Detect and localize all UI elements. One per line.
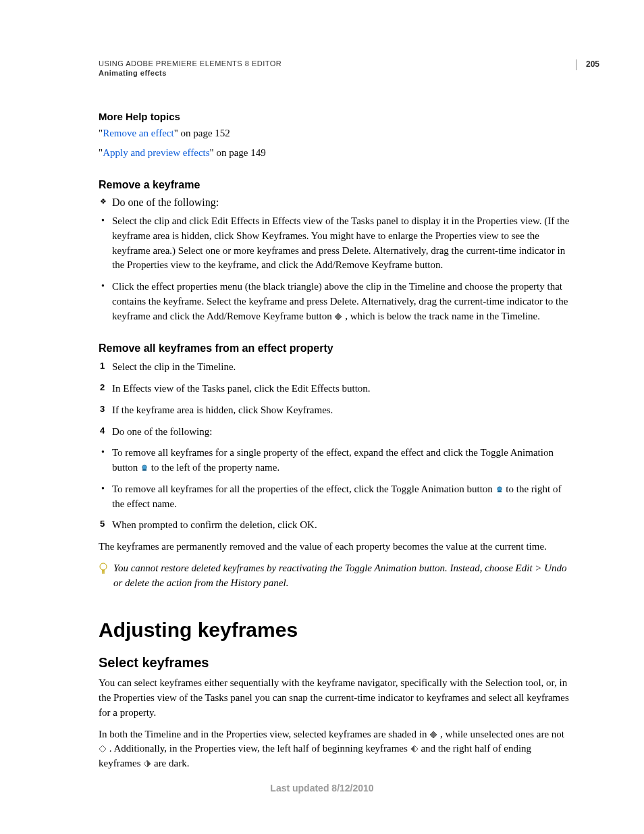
remove-all-steps-cont: When prompted to confirm the deletion, c… (99, 518, 570, 533)
step-2: In Effects view of the Tasks panel, clic… (112, 382, 570, 396)
topic-heading: Select keyframes (99, 655, 570, 671)
tip-note-text: You cannot restore deleted keyframes by … (113, 561, 570, 591)
remove-kf-intro: Do one of the following: (112, 197, 570, 209)
more-help-heading: More Help topics (99, 111, 570, 122)
running-title: USING ADOBE PREMIERE ELEMENTS 8 EDITOR (99, 59, 570, 68)
running-header: USING ADOBE PREMIERE ELEMENTS 8 EDITOR A… (99, 59, 570, 77)
svg-point-1 (142, 465, 146, 469)
more-help-link-2: "Apply and preview effects" on page 149 (99, 146, 570, 160)
remove-kf-option-1: Select the clip and click Edit Effects i… (112, 214, 570, 273)
tip-note: You cannot restore deleted keyframes by … (99, 561, 570, 591)
link-apply-preview-effects[interactable]: Apply and preview effects (103, 147, 209, 158)
p2b: , while unselected ones are not (440, 729, 564, 739)
toggle-animation-icon (495, 486, 504, 494)
link2-after: " on page 149 (210, 147, 266, 158)
toggle-animation-icon (140, 464, 149, 472)
more-help-links: "Remove an effect" on page 152 "Apply an… (99, 126, 570, 160)
remove-keyframe-heading: Remove a keyframe (99, 179, 570, 191)
remove-kf-option-2b: , which is below the track name in the T… (345, 311, 540, 321)
svg-marker-13 (147, 760, 151, 767)
p2e: are dark. (154, 758, 189, 768)
subbullet-2: To remove all keyframes for all the prop… (112, 482, 570, 512)
more-help-link-1: "Remove an effect" on page 152 (99, 126, 570, 140)
keyframe-begin-icon (410, 745, 419, 753)
select-kf-p1: You can select keyframes either sequenti… (99, 676, 570, 720)
remove-kf-intro-list: Do one of the following: (99, 197, 570, 209)
svg-rect-2 (142, 469, 146, 471)
document-page: 205 USING ADOBE PREMIERE ELEMENTS 8 EDIT… (0, 0, 644, 834)
p2c: . Additionally, in the Properties view, … (109, 743, 410, 754)
keyframe-end-icon (143, 760, 151, 768)
link-remove-effect[interactable]: Remove an effect (103, 128, 174, 138)
svg-point-3 (497, 487, 501, 491)
svg-marker-9 (99, 746, 106, 752)
svg-marker-11 (411, 746, 414, 752)
remove-all-after-para: The keyframes are permanently removed an… (99, 540, 570, 554)
step-4: Do one of the following: (112, 425, 570, 440)
keyframe-unselected-icon (99, 745, 107, 753)
subbullet-1b: to the left of the property name. (151, 462, 279, 473)
svg-rect-6 (102, 570, 105, 573)
remove-kf-option-2: Click the effect properties menu (the bl… (112, 280, 570, 323)
lightbulb-icon (99, 563, 108, 576)
subbullet-1: To remove all keyframes for a single pro… (112, 446, 570, 475)
remove-all-heading: Remove all keyframes from an effect prop… (99, 342, 570, 355)
select-kf-p2: In both the Timeline and in the Properti… (99, 727, 570, 771)
step-1: Select the clip in the Timeline. (112, 360, 570, 375)
keyframe-selected-icon (429, 731, 437, 739)
chapter-heading: Adjusting keyframes (99, 619, 570, 642)
step-5: When prompted to confirm the deletion, c… (112, 518, 570, 533)
subbullet-2a: To remove all keyframes for all the prop… (112, 484, 495, 494)
svg-rect-4 (498, 491, 502, 492)
step-3: If the keyframe area is hidden, click Sh… (112, 403, 570, 418)
remove-all-subbullets: To remove all keyframes for a single pro… (99, 446, 570, 511)
remove-kf-options: Select the clip and click Edit Effects i… (99, 214, 570, 323)
svg-marker-0 (335, 313, 342, 320)
keyframe-diamond-icon (334, 313, 342, 321)
svg-marker-8 (430, 731, 437, 738)
page-number: 205 (576, 59, 599, 70)
footer-last-updated: Last updated 8/12/2010 (0, 783, 644, 793)
svg-point-5 (100, 563, 107, 570)
link1-after: " on page 152 (174, 128, 230, 138)
p2a: In both the Timeline and in the Properti… (99, 729, 429, 739)
remove-all-steps: Select the clip in the Timeline. In Effe… (99, 360, 570, 439)
header-section-title: Animating effects (99, 69, 570, 77)
